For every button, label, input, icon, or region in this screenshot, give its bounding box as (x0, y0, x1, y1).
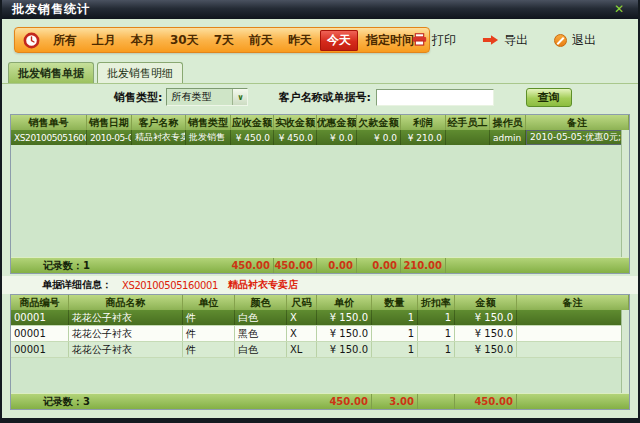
customer-search-label: 客户名称或单据号: (278, 90, 370, 105)
total-unit-price: 450.00 (317, 394, 372, 409)
exit-button[interactable]: 退出 (554, 31, 596, 50)
cell-note (517, 326, 629, 341)
filter-last-month[interactable]: 上月 (85, 30, 123, 51)
customer-search-input[interactable] (376, 89, 494, 106)
orders-grid-empty-area (11, 145, 629, 257)
col-remark: 备注 (526, 115, 629, 130)
col-note: 备注 (517, 295, 629, 310)
cell-product-name: 花花公子衬衣 (69, 342, 183, 357)
toolbar: 所有 上月 本月 30天 7天 前天 昨天 今天 指定时间 打印 (2, 19, 638, 63)
filter-this-month[interactable]: 本月 (124, 30, 162, 51)
clock-icon (23, 32, 40, 49)
query-button[interactable]: 查询 (526, 88, 572, 107)
cell-receivable: ¥ 450.0 (231, 130, 274, 145)
total-amount: 450.00 (455, 394, 517, 409)
detail-order-no: XS20100505160001 (122, 280, 218, 291)
orders-grid: 销售单号 销售日期 客户名称 销售类型 应收金额 实收金额 优惠金额 欠款金额 … (10, 114, 630, 274)
cell-handler (446, 130, 490, 145)
sale-type-value: 所有类型 (167, 90, 232, 104)
total-profit: 210.00 (401, 258, 446, 273)
print-label: 打印 (432, 32, 456, 49)
col-handler: 经手员工 (446, 115, 490, 130)
filter-all[interactable]: 所有 (46, 30, 84, 51)
title-bar: 批发销售统计 ✕ (2, 0, 638, 19)
cell-color: 白色 (235, 342, 287, 357)
sale-type-select[interactable]: 所有类型 ∨ (166, 88, 248, 106)
cell-discount-rate: 1 (418, 326, 455, 341)
table-row[interactable]: XS20100505160001 2010-05-05 精品衬衣专卖店 批发销售… (11, 130, 629, 145)
detail-record-count: 记录数：3 (11, 394, 317, 409)
col-amount: 金额 (455, 295, 517, 310)
window-title: 批发销售统计 (12, 1, 90, 18)
cell-note (517, 342, 629, 357)
cell-size: X (287, 310, 317, 325)
export-label: 导出 (504, 32, 528, 49)
cell-unit: 件 (183, 326, 235, 341)
col-color: 颜色 (235, 295, 287, 310)
cell-order-no: XS20100505160001 (11, 130, 87, 145)
col-debt: 欠款金额 (357, 115, 401, 130)
cell-product-no: 00001 (11, 310, 69, 325)
filter-yesterday[interactable]: 昨天 (281, 30, 319, 51)
cell-product-no: 00001 (11, 342, 69, 357)
total-qty: 3.00 (372, 394, 418, 409)
tab-sales-orders[interactable]: 批发销售单据 (8, 62, 94, 83)
cell-unit-price: ¥ 150.0 (317, 310, 372, 325)
detail-grid-empty-area (11, 358, 629, 393)
col-product-no: 商品编号 (11, 295, 69, 310)
cell-product-name: 花花公子衬衣 (69, 326, 183, 341)
close-icon[interactable]: ✕ (614, 2, 624, 16)
exit-icon (554, 34, 567, 47)
cell-sale-date: 2010-05-05 (87, 130, 132, 145)
col-discount-rate: 折扣率 (418, 295, 455, 310)
detail-caption: 单据详细信息： XS20100505160001 精品衬衣专卖店 (2, 276, 638, 294)
tab-sales-detail[interactable]: 批发销售明细 (97, 62, 183, 83)
cell-received: ¥ 450.0 (274, 130, 317, 145)
filter-7-days[interactable]: 7天 (207, 30, 241, 51)
cell-size: X (287, 326, 317, 341)
col-unit: 单位 (183, 295, 235, 310)
detail-row[interactable]: 00001 花花公子衬衣 件 白色 X ¥ 150.0 1 1 ¥ 150.0 (11, 310, 629, 326)
cell-profit: ¥ 210.0 (401, 130, 446, 145)
cell-customer: 精品衬衣专卖店 (132, 130, 186, 145)
total-receivable: 450.00 (231, 258, 274, 273)
cell-unit: 件 (183, 342, 235, 357)
orders-grid-footer: 记录数：1 450.00 450.00 0.00 0.00 210.00 (11, 257, 629, 273)
cell-unit: 件 (183, 310, 235, 325)
col-unit-price: 单价 (317, 295, 372, 310)
total-discount-rate-empty (418, 394, 455, 409)
cell-amount: ¥ 150.0 (455, 326, 517, 341)
print-button[interactable]: 打印 (412, 31, 456, 50)
col-sale-type: 销售类型 (186, 115, 231, 130)
col-sale-date: 销售日期 (87, 115, 132, 130)
col-discount: 优惠金额 (317, 115, 357, 130)
cell-product-name: 花花公子衬衣 (69, 310, 183, 325)
detail-row[interactable]: 00001 花花公子衬衣 件 白色 XL ¥ 150.0 1 1 ¥ 150.0 (11, 342, 629, 358)
toolbar-actions: 打印 导出 退出 (412, 31, 596, 50)
export-arrow-icon (482, 31, 499, 50)
filter-30-days[interactable]: 30天 (163, 30, 206, 51)
cell-qty: 1 (372, 342, 418, 357)
app-window: 批发销售统计 ✕ 所有 上月 本月 30天 7天 前天 昨天 今天 指定时间 (0, 0, 640, 423)
date-filter-strip: 所有 上月 本月 30天 7天 前天 昨天 今天 指定时间 (14, 27, 430, 53)
col-order-no: 销售单号 (11, 115, 87, 130)
cell-size: XL (287, 342, 317, 357)
filter-day-before[interactable]: 前天 (242, 30, 280, 51)
col-operator: 操作员 (490, 115, 526, 130)
filter-today[interactable]: 今天 (320, 30, 358, 51)
detail-grid: 商品编号 商品名称 单位 颜色 尺码 单价 数量 折扣率 金额 备注 00001… (10, 294, 630, 410)
detail-label: 单据详细信息： (42, 278, 112, 292)
export-button[interactable]: 导出 (482, 31, 528, 50)
col-profit: 利润 (401, 115, 446, 130)
total-received: 450.00 (274, 258, 317, 273)
orders-scrollbar[interactable] (621, 130, 629, 257)
cell-qty: 1 (372, 310, 418, 325)
col-product-name: 商品名称 (69, 295, 183, 310)
exit-label: 退出 (572, 32, 596, 49)
cell-discount-rate: 1 (418, 342, 455, 357)
cell-unit-price: ¥ 150.0 (317, 342, 372, 357)
detail-row[interactable]: 00001 花花公子衬衣 件 黑色 X ¥ 150.0 1 1 ¥ 150.0 (11, 326, 629, 342)
cell-amount: ¥ 150.0 (455, 342, 517, 357)
detail-customer: 精品衬衣专卖店 (228, 278, 298, 292)
detail-scrollbar[interactable] (621, 310, 629, 393)
